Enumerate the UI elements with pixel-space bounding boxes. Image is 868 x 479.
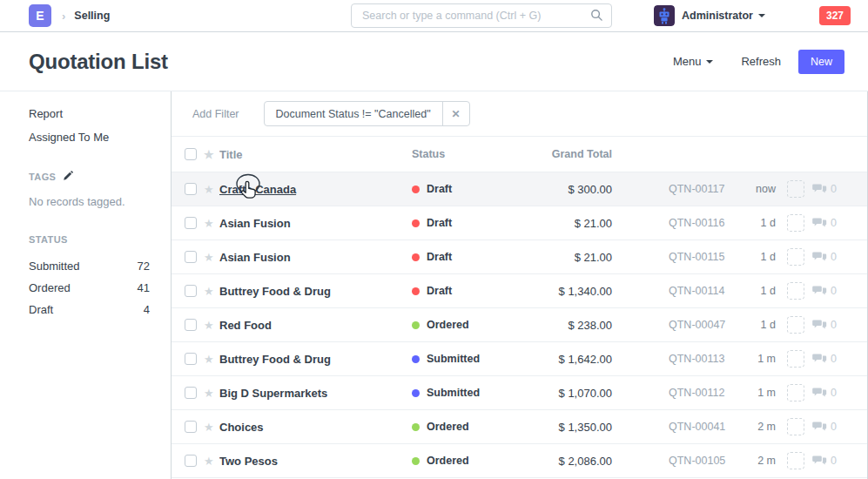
row-document-id[interactable]: QTN-00117	[669, 183, 734, 195]
comment-count: 0	[812, 217, 837, 229]
comment-count: 0	[812, 251, 837, 263]
status-filter-submitted[interactable]: Submitted72	[29, 255, 150, 277]
list-header-row: ★ Title Status Grand Total	[172, 137, 867, 172]
new-button[interactable]: New	[798, 50, 844, 74]
row-document-id[interactable]: QTN-00047	[669, 319, 734, 331]
assignment-placeholder[interactable]	[787, 282, 804, 300]
status-filter-count: 72	[138, 260, 150, 273]
row-checkbox[interactable]	[185, 387, 197, 399]
assignment-placeholder[interactable]	[787, 418, 804, 435]
row-status: Draft	[412, 285, 542, 297]
comment-icon	[812, 422, 827, 433]
comment-count-value: 0	[831, 319, 837, 331]
assignment-placeholder[interactable]	[787, 248, 804, 266]
add-filter-button[interactable]: Add Filter	[192, 108, 239, 120]
comment-icon	[812, 184, 827, 195]
table-row: ★ Buttrey Food & Drug Submitted $ 1,642.…	[172, 342, 867, 376]
assignment-placeholder[interactable]	[787, 316, 804, 334]
star-icon[interactable]: ★	[204, 286, 214, 297]
edit-tags-pencil-icon[interactable]	[63, 171, 73, 183]
sidebar-item-report[interactable]: Report	[29, 107, 150, 121]
breadcrumb[interactable]: Selling	[74, 10, 110, 22]
comment-count-value: 0	[831, 387, 837, 399]
assignment-placeholder[interactable]	[787, 214, 804, 232]
app-logo[interactable]: E	[29, 4, 51, 27]
star-icon[interactable]: ★	[204, 252, 214, 263]
assignment-placeholder[interactable]	[787, 384, 804, 401]
column-header-status: Status	[412, 148, 542, 160]
row-modified-time: 1 d	[734, 285, 776, 297]
status-label: Ordered	[427, 319, 469, 331]
remove-filter-button[interactable]: ✕	[442, 102, 469, 125]
row-document-id[interactable]: QTN-00115	[669, 251, 734, 263]
navbar: E › Selling Administrator 327	[0, 0, 868, 32]
user-avatar[interactable]	[654, 5, 675, 26]
row-document-id[interactable]: QTN-00116	[669, 217, 734, 229]
table-row: ★ Buttrey Food & Drug Draft $ 1,340.00 Q…	[172, 274, 867, 308]
row-title-link[interactable]: Crafts Canada	[219, 183, 412, 196]
row-title-link[interactable]: Choices	[219, 421, 412, 434]
status-filter-label: Draft	[29, 303, 53, 316]
comment-count: 0	[812, 319, 837, 331]
status-filter-draft[interactable]: Draft4	[29, 299, 150, 320]
star-icon[interactable]: ★	[204, 388, 214, 399]
list-view: Add Filter Document Status != "Cancelled…	[171, 91, 868, 479]
refresh-button[interactable]: Refresh	[741, 55, 781, 68]
caret-down-icon[interactable]	[758, 14, 765, 17]
caret-down-icon	[706, 60, 713, 64]
row-title-link[interactable]: Asian Fusion	[219, 251, 412, 264]
row-document-id[interactable]: QTN-00113	[669, 353, 734, 365]
select-all-checkbox[interactable]	[185, 148, 197, 160]
row-checkbox[interactable]	[185, 319, 197, 331]
row-checkbox[interactable]	[185, 183, 197, 195]
row-checkbox[interactable]	[185, 421, 197, 433]
user-menu[interactable]: Administrator	[682, 10, 753, 22]
assignment-placeholder[interactable]	[787, 180, 804, 198]
star-icon[interactable]: ★	[204, 184, 214, 195]
row-title-link[interactable]: Red Food	[219, 319, 412, 332]
row-document-id[interactable]: QTN-00112	[669, 387, 734, 399]
search-icon[interactable]	[590, 9, 603, 24]
row-checkbox[interactable]	[185, 217, 197, 229]
row-title-link[interactable]: Two Pesos	[219, 455, 412, 468]
row-title-link[interactable]: Asian Fusion	[219, 217, 412, 230]
row-checkbox[interactable]	[185, 455, 197, 467]
row-checkbox[interactable]	[185, 251, 197, 263]
status-filter-list: Submitted72Ordered41Draft4	[29, 255, 150, 320]
star-icon[interactable]: ★	[204, 455, 214, 467]
status-filter-ordered[interactable]: Ordered41	[29, 277, 150, 299]
menu-dropdown[interactable]: Menu	[673, 55, 714, 68]
row-modified-time: 2 m	[734, 455, 776, 467]
comment-icon	[812, 320, 827, 331]
table-row: ★ Choices Ordered $ 1,350.00 QTN-00041 2…	[172, 410, 867, 444]
row-modified-time: 2 m	[734, 421, 776, 433]
comment-count: 0	[812, 285, 837, 297]
active-filter-label[interactable]: Document Status != "Cancelled"	[265, 102, 442, 125]
row-title-link[interactable]: Buttrey Food & Drug	[219, 285, 412, 298]
sidebar-item-assigned-to-me[interactable]: Assigned To Me	[29, 131, 150, 145]
search-input[interactable]	[351, 3, 612, 28]
comment-count-value: 0	[831, 455, 837, 467]
status-dot-icon	[412, 389, 420, 397]
comment-icon	[812, 218, 827, 229]
row-status: Draft	[412, 251, 542, 263]
status-label: Ordered	[427, 455, 469, 467]
assignment-placeholder[interactable]	[787, 350, 804, 368]
star-icon[interactable]: ★	[204, 422, 214, 433]
row-checkbox[interactable]	[185, 353, 197, 365]
column-header-grand-total: Grand Total	[542, 148, 612, 160]
row-document-id[interactable]: QTN-00041	[669, 421, 734, 433]
star-icon[interactable]: ★	[204, 218, 214, 229]
row-document-id[interactable]: QTN-00114	[669, 285, 734, 297]
notification-badge[interactable]: 327	[819, 6, 851, 25]
row-title-link[interactable]: Big D Supermarkets	[219, 387, 412, 400]
page-title: Quotation List	[29, 50, 168, 74]
status-dot-icon	[412, 253, 420, 261]
star-icon[interactable]: ★	[204, 320, 214, 331]
row-title-link[interactable]: Buttrey Food & Drug	[219, 353, 412, 366]
row-checkbox[interactable]	[185, 285, 197, 297]
comment-count-value: 0	[831, 285, 837, 297]
star-icon[interactable]: ★	[204, 354, 214, 365]
assignment-placeholder[interactable]	[787, 452, 804, 469]
row-document-id[interactable]: QTN-00105	[669, 455, 734, 467]
